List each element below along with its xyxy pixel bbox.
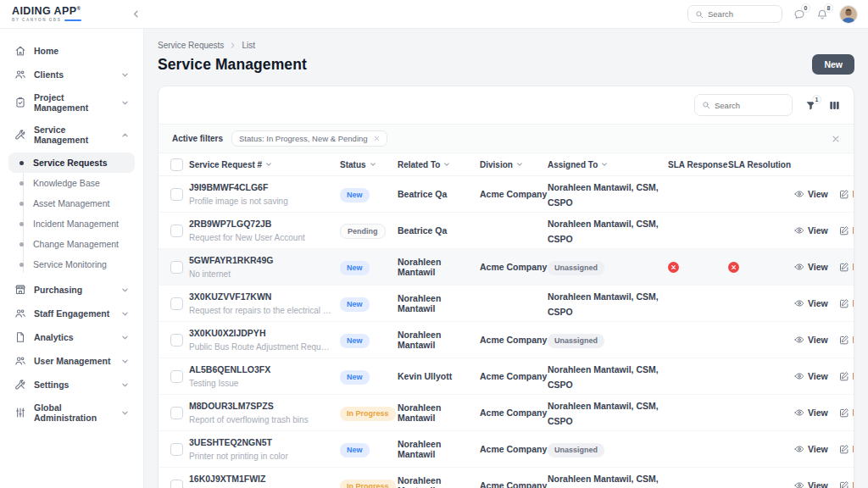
sidebar-item-analytics[interactable]: Analytics — [8, 325, 135, 349]
view-button[interactable]: View — [794, 335, 828, 345]
unassigned-badge: Unassigned — [548, 443, 604, 458]
sidebar-subitem-service-monitoring[interactable]: Service Monitoring — [8, 254, 135, 274]
select-all-checkbox[interactable] — [170, 158, 183, 171]
edit-button[interactable]: Edit — [839, 335, 854, 345]
row-checkbox[interactable] — [170, 443, 183, 456]
row-checkbox[interactable] — [170, 407, 183, 419]
status-badge: New — [340, 334, 370, 348]
bullet-icon — [19, 242, 24, 247]
request-cell: 16K0J9XTM1FWIZ Report of a damaged sidew… — [189, 474, 340, 488]
status-badge: New — [340, 370, 370, 385]
sidebar-collapse-icon[interactable] — [129, 8, 142, 21]
request-cell: 3UESHTEQ2NGN5T Printer not printing in c… — [189, 437, 340, 460]
users-icon — [14, 355, 26, 367]
column-header-assigned-to[interactable]: Assigned To — [548, 160, 668, 169]
row-checkbox[interactable] — [170, 370, 183, 383]
eye-icon — [794, 225, 804, 236]
row-checkbox[interactable] — [170, 297, 183, 310]
table-search-input[interactable] — [715, 101, 785, 110]
table-row: 2RB9WP7LGQ72JB Request for New User Acco… — [159, 213, 854, 249]
sidebar-subitem-change-management[interactable]: Change Management — [8, 234, 135, 254]
table-row: 16K0J9XTM1FWIZ Report of a damaged sidew… — [159, 468, 854, 488]
row-checkbox[interactable] — [170, 188, 183, 201]
view-button[interactable]: View — [794, 298, 828, 308]
chevron-down-icon — [121, 358, 129, 365]
chevron-down-icon — [121, 310, 129, 318]
related-to-value: Norahleen Mantawil — [398, 330, 480, 350]
sidebar-item-project-management[interactable]: Project Management — [8, 86, 135, 119]
table-header: Service Request #StatusRelated ToDivisio… — [159, 153, 854, 176]
edit-button[interactable]: Edit — [839, 189, 854, 199]
column-header-status[interactable]: Status — [340, 160, 398, 169]
sidebar-subitem-knowledge-base[interactable]: Knowledge Base — [8, 173, 135, 193]
sidebar-nav: HomeClientsProject ManagementService Man… — [0, 29, 144, 488]
view-button[interactable]: View — [794, 262, 828, 272]
request-id: 3X0KU0X2IJDPYH — [189, 328, 340, 339]
view-button[interactable]: View — [794, 480, 828, 488]
sidebar-item-clients[interactable]: Clients — [8, 63, 135, 86]
table-search[interactable] — [694, 94, 793, 116]
edit-button[interactable]: Edit — [839, 444, 854, 454]
column-header-related-to[interactable]: Related To — [398, 160, 480, 169]
view-button[interactable]: View — [794, 189, 828, 199]
edit-button[interactable]: Edit — [839, 225, 854, 236]
row-checkbox[interactable] — [170, 225, 183, 237]
sidebar-item-user-management[interactable]: User Management — [8, 349, 135, 373]
request-cell: AL5B6QENLLO3FX Testing Issue — [189, 364, 340, 387]
sidebar-item-settings[interactable]: Settings — [8, 373, 135, 396]
view-button[interactable]: View — [794, 371, 828, 381]
column-header-division[interactable]: Division — [480, 160, 548, 169]
related-to-value: Norahleen Mantawil — [398, 439, 480, 459]
remove-filter-icon[interactable] — [374, 136, 380, 141]
sla-response-cell — [668, 262, 728, 273]
table-row: 3X0KUZVVF17KWN Request for repairs to th… — [159, 286, 854, 322]
sidebar-subitem-service-requests[interactable]: Service Requests — [8, 152, 135, 173]
active-filters-bar: Active filters Status: In Progress, New … — [159, 124, 854, 153]
sidebar-subitem-incident-management[interactable]: Incident Management — [8, 214, 135, 234]
sidebar-item-global-administration[interactable]: Global Administration — [8, 396, 135, 429]
sidebar-subitem-asset-management[interactable]: Asset Management — [8, 193, 135, 214]
related-to-value: Norahleen Mantawil — [398, 293, 480, 313]
sidebar-item-staff-engagement[interactable]: Staff Engagement — [8, 302, 135, 325]
user-avatar[interactable] — [839, 5, 858, 24]
global-search-input[interactable] — [708, 9, 775, 19]
edit-button[interactable]: Edit — [839, 480, 854, 488]
status-badge: New — [340, 443, 370, 458]
column-header-service-request[interactable]: Service Request # — [189, 160, 340, 169]
edit-button[interactable]: Edit — [839, 298, 854, 308]
app-logo: AIDING APP® BY CANYON GBS — [0, 6, 129, 23]
sidebar-item-service-management[interactable]: Service Management — [8, 119, 135, 151]
app-logo-tagline: BY CANYON GBS — [12, 18, 61, 22]
table-row: 3UESHTEQ2NGN5T Printer not printing in c… — [159, 431, 854, 468]
chevron-down-icon — [121, 409, 129, 417]
columns-button[interactable] — [829, 100, 840, 111]
row-checkbox[interactable] — [170, 261, 183, 274]
division-value: Acme Company — [480, 189, 548, 199]
row-checkbox[interactable] — [170, 334, 183, 347]
users-icon — [14, 308, 26, 319]
edit-button[interactable]: Edit — [839, 371, 854, 381]
view-button[interactable]: View — [794, 444, 828, 454]
global-search[interactable] — [687, 5, 782, 23]
table-row: 5GWFAYR1RKR49G No internet NewNorahleen … — [159, 249, 854, 286]
breadcrumb-section[interactable]: Service Requests — [158, 41, 224, 50]
edit-button[interactable]: Edit — [839, 408, 854, 418]
view-button[interactable]: View — [794, 225, 828, 236]
division-value: Acme Company — [480, 371, 548, 381]
row-checkbox[interactable] — [170, 480, 183, 488]
sla-resolution-cell — [728, 262, 794, 273]
new-button[interactable]: New — [812, 54, 854, 75]
bullet-icon — [19, 222, 24, 226]
clear-filters-icon[interactable] — [832, 135, 840, 143]
filter-button[interactable]: 1 — [805, 100, 816, 111]
related-to-value: Beatrice Qa — [398, 189, 480, 199]
edit-button[interactable]: Edit — [839, 262, 854, 272]
sort-chevron-icon — [516, 161, 523, 168]
edit-icon — [839, 298, 849, 308]
notifications-button[interactable]: 8 — [816, 8, 828, 20]
edit-icon — [839, 335, 849, 345]
sidebar-item-home[interactable]: Home — [8, 39, 135, 63]
sidebar-item-purchasing[interactable]: Purchasing — [8, 278, 135, 302]
view-button[interactable]: View — [794, 408, 828, 418]
chat-button[interactable]: 0 — [793, 8, 805, 20]
